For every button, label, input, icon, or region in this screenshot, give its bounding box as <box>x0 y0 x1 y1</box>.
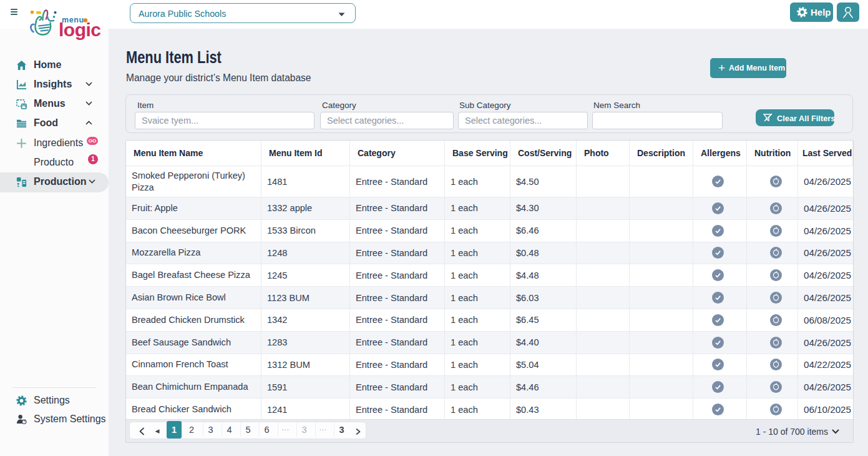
svg-text:?: ? <box>24 420 26 424</box>
svg-text:logic: logic <box>59 19 101 40</box>
